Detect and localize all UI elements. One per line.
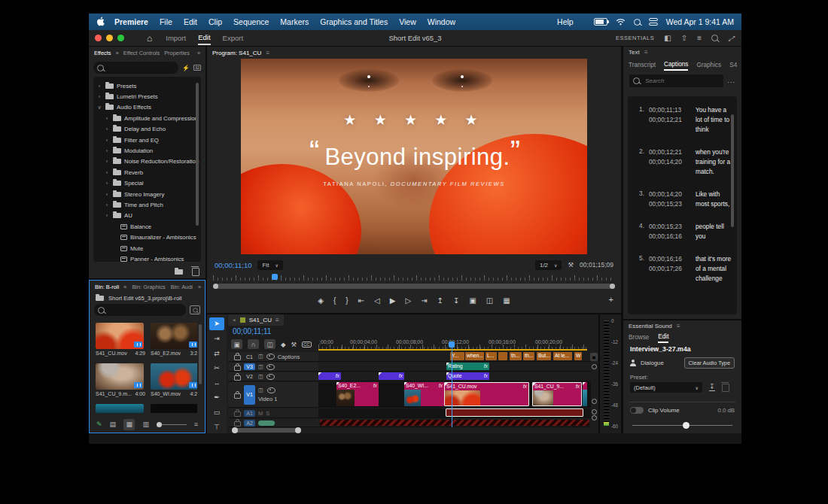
track-height-handle[interactable] bbox=[592, 364, 597, 369]
video-clip[interactable]: S40_E2...fx bbox=[336, 382, 379, 406]
fullscreen-icon[interactable]: ↗↙ bbox=[728, 35, 735, 42]
tree-chevron-icon[interactable]: › bbox=[104, 159, 110, 164]
bin-clip[interactable]: S41_CU.mov4:29 bbox=[96, 323, 145, 356]
tab-effect-controls[interactable]: Effect Controls bbox=[123, 50, 160, 56]
tree-chevron-icon[interactable]: › bbox=[104, 192, 110, 197]
bin-search-input[interactable] bbox=[94, 304, 186, 316]
lock-icon[interactable] bbox=[234, 411, 241, 417]
caption-clip[interactable]: th... bbox=[523, 352, 534, 360]
caption-text[interactable]: that it's more of a mental challenge bbox=[696, 254, 732, 284]
mark-out-icon[interactable]: } bbox=[346, 296, 348, 305]
nav-tab-edit[interactable]: Edit bbox=[198, 31, 210, 45]
caption-clip[interactable]: L... bbox=[486, 352, 497, 360]
pen-tool[interactable]: ✒ bbox=[209, 391, 224, 404]
tab-edit[interactable]: Edit bbox=[658, 332, 668, 343]
minimize-window-button[interactable] bbox=[106, 35, 113, 41]
tree-chevron-icon[interactable]: › bbox=[104, 181, 110, 186]
add-marker-icon[interactable]: ◆ bbox=[281, 341, 286, 348]
delete-preset-icon[interactable] bbox=[722, 384, 729, 392]
caption-row[interactable]: 1. 00;00;11;1300;00;12;21 You have a lot… bbox=[635, 105, 732, 135]
video-clip[interactable] bbox=[583, 382, 587, 406]
button-editor-plus-icon[interactable]: + bbox=[609, 295, 613, 304]
program-scrollbar[interactable] bbox=[213, 284, 615, 289]
lock-icon[interactable] bbox=[234, 375, 241, 381]
accelerated-effects-icon[interactable]: ⚡ bbox=[182, 65, 190, 71]
tab-bin-graphics[interactable]: Bin: Graphics bbox=[132, 284, 165, 290]
captions-track-lock-icon[interactable]: ▣ bbox=[590, 353, 598, 361]
menu-help[interactable]: Help bbox=[557, 17, 574, 26]
wifi-icon[interactable] bbox=[616, 18, 626, 26]
video-clip[interactable]: S40_WI...fx bbox=[404, 382, 444, 406]
tree-chevron-icon[interactable]: › bbox=[96, 83, 102, 89]
close-sequence-icon[interactable]: × bbox=[233, 317, 236, 323]
selection-tool[interactable]: ➤ bbox=[209, 317, 224, 330]
graphic-clip[interactable]: Ratingfx bbox=[446, 363, 489, 370]
caption-clip[interactable]: th... bbox=[510, 352, 522, 360]
track-select-forward-tool[interactable]: ⇥ bbox=[209, 332, 224, 345]
tab-effects[interactable]: Effects ≡ bbox=[94, 50, 119, 56]
caption-row[interactable]: 3. 00;00;14;2000;00;15;23 Like with most… bbox=[635, 190, 732, 209]
effects-tree-row[interactable]: › Amplitude and Compression bbox=[95, 113, 199, 123]
track-v2-badge[interactable]: V2 bbox=[244, 373, 255, 380]
effects-tree-row[interactable]: Mute bbox=[95, 243, 199, 254]
menu-view[interactable]: View bbox=[399, 17, 416, 26]
new-custom-bin-icon[interactable] bbox=[175, 269, 183, 275]
bin-clip[interactable]: S40_E2.mov3:28 bbox=[151, 323, 197, 356]
caption-clip[interactable] bbox=[498, 352, 507, 360]
tab-graphics[interactable]: Graphics bbox=[696, 62, 721, 68]
type-tool[interactable]: ⊤ bbox=[209, 421, 224, 433]
step-forward-icon[interactable]: ▷ bbox=[405, 296, 411, 305]
linked-selection-icon[interactable]: ◫ bbox=[264, 339, 275, 349]
bin-clip[interactable] bbox=[151, 404, 197, 413]
tab-cut[interactable]: S4 bbox=[729, 62, 737, 68]
menu-sequence[interactable]: Sequence bbox=[233, 17, 269, 26]
captions-more-icon[interactable]: ... bbox=[727, 77, 735, 84]
slip-tool[interactable]: ↔ bbox=[209, 377, 224, 390]
captions-cc-icon[interactable]: CC bbox=[302, 342, 312, 348]
solo-pill-button[interactable] bbox=[258, 421, 275, 426]
zoom-fit-dropdown[interactable]: Fit∨ bbox=[257, 260, 282, 270]
spotlight-search-icon[interactable] bbox=[634, 19, 641, 26]
track-v1-badge[interactable]: V1 bbox=[244, 385, 255, 405]
track-v3-badge[interactable]: V3 bbox=[244, 363, 255, 370]
program-settings-wrench-icon[interactable]: ⚒ bbox=[568, 261, 574, 269]
export-frame-icon[interactable]: ▣ bbox=[469, 296, 476, 305]
menu-edit[interactable]: Edit bbox=[184, 17, 197, 26]
captions-scrollbar[interactable] bbox=[731, 114, 734, 227]
tab-program[interactable]: Program: S41_CU ≡ bbox=[212, 50, 269, 56]
zoom-window-button[interactable] bbox=[117, 35, 124, 41]
workspace-label[interactable]: ESSENTIALS bbox=[616, 35, 654, 41]
effects-tree-row[interactable]: › Special bbox=[95, 178, 199, 189]
caption-row[interactable]: 4. 00;00;15;2300;00;16;16 people tell yo… bbox=[635, 222, 732, 241]
tab-bin-audio[interactable]: Bin: Audi bbox=[171, 284, 193, 290]
snap-icon[interactable]: ∩ bbox=[248, 339, 259, 349]
ripple-edit-tool[interactable]: ⇄ bbox=[209, 347, 224, 360]
apple-menu-icon[interactable] bbox=[96, 17, 105, 28]
clip-volume-value[interactable]: 0.0 dB bbox=[717, 407, 735, 414]
caption-clip[interactable]: W bbox=[574, 352, 582, 360]
track-a2-header[interactable]: A2 bbox=[228, 419, 318, 427]
caption-row[interactable]: 2. 00;00;12;2100;00;14;20 when you're tr… bbox=[635, 147, 732, 177]
effects-tree-row[interactable]: › Modulation bbox=[95, 145, 199, 156]
extract-icon[interactable]: ↧ bbox=[453, 296, 459, 305]
lock-icon[interactable] bbox=[234, 366, 241, 371]
tree-chevron-icon[interactable]: › bbox=[104, 213, 110, 218]
caption-timecodes[interactable]: 00;00;15;2300;00;16;16 bbox=[649, 222, 691, 241]
effects-tree-row[interactable]: Binauralizer - Ambisonics bbox=[95, 232, 199, 242]
graphic-clip[interactable]: fx bbox=[318, 372, 341, 380]
preset-dropdown[interactable]: (Default)∨ bbox=[630, 382, 702, 393]
tab-properties[interactable]: Properties bbox=[164, 50, 190, 56]
timeline-settings-wrench-icon[interactable]: ⚒ bbox=[291, 341, 297, 348]
track-c1-badge[interactable]: C1 bbox=[244, 354, 255, 360]
effects-tree-row[interactable]: › Reverb bbox=[95, 167, 199, 178]
work-area-bar[interactable] bbox=[318, 349, 587, 351]
clip-volume-toggle[interactable] bbox=[630, 407, 644, 414]
track-height-handle[interactable] bbox=[592, 409, 597, 414]
sequence-tab[interactable]: × S41_CU ≡ bbox=[228, 314, 284, 326]
video-clip[interactable]: S41_CU.movfx bbox=[444, 382, 529, 406]
effects-tree-row[interactable]: › Filter and EQ bbox=[95, 135, 199, 145]
graphic-clip[interactable]: fx bbox=[379, 372, 404, 380]
menu-graphics-titles[interactable]: Graphics and Titles bbox=[320, 17, 388, 26]
audio-pending-region[interactable] bbox=[320, 420, 589, 426]
freeform-view-icon[interactable]: ▥ bbox=[142, 421, 149, 428]
